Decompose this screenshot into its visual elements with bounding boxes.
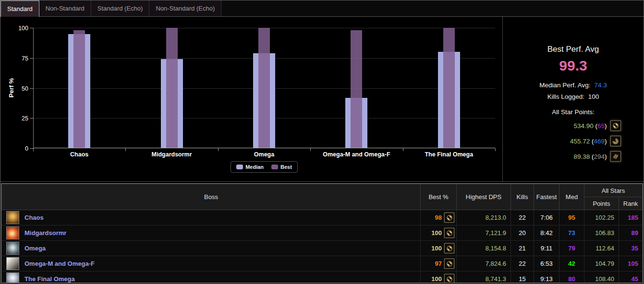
tab-non-standard[interactable]: Non-Standard	[39, 0, 91, 16]
legend-label: Median	[245, 164, 264, 170]
x-axis-label: Chaos	[36, 151, 122, 158]
y-tick-label: 25	[3, 115, 28, 122]
med-cell: 95	[559, 210, 584, 225]
points-value: 534.90	[573, 122, 593, 130]
fastest-cell: 6:53	[534, 256, 559, 272]
med-cell: 42	[559, 256, 584, 272]
ultimate-spiral-icon	[610, 136, 621, 146]
kills-cell: 22	[511, 256, 534, 272]
table-row: Omega100 8,154.8219:1179112.6435	[2, 241, 643, 256]
all-star-points-text: 89.38 (294)	[573, 153, 607, 160]
boss-cell: The Final Omega	[2, 272, 421, 284]
fastest-cell: 9:13	[534, 272, 559, 284]
x-axis-label: Omega	[221, 151, 307, 158]
y-tick	[30, 28, 33, 28]
boss-row-content: Omega-M and Omega-F	[2, 257, 420, 270]
boss-name-link[interactable]: The Final Omega	[24, 275, 75, 283]
best-pct: 100	[421, 228, 456, 238]
col-header-points[interactable]: Points	[584, 197, 619, 210]
legend-item-median[interactable]: Median	[236, 164, 264, 170]
legend-swatch	[236, 165, 243, 169]
points-value: 455.72	[570, 138, 590, 145]
col-header-boss[interactable]: Boss	[2, 184, 421, 210]
highest-dps-cell: 8,741.3	[457, 272, 511, 284]
chaos-boss-icon	[6, 211, 19, 224]
rank-cell: 35	[619, 241, 643, 256]
kills-cell: 22	[511, 210, 534, 225]
boss-row-content: Chaos	[2, 211, 420, 224]
midgardsormr-boss-icon	[6, 226, 19, 239]
paren: (	[594, 122, 597, 130]
y-tick	[30, 148, 33, 149]
x-tick	[495, 148, 496, 151]
x-tick	[310, 148, 311, 151]
all-star-entry: 455.72 (469)	[526, 136, 621, 146]
tab-non-standard-echo[interactable]: Non-Standard (Echo)	[149, 0, 221, 16]
tab-standard[interactable]: Standard	[0, 0, 39, 17]
boss-cell: Chaos	[2, 210, 421, 225]
boss-row-content: Midgardsormr	[2, 226, 420, 239]
x-tick	[403, 148, 403, 151]
best-pct: 98	[421, 213, 456, 223]
best-pct-cell: 98	[421, 210, 457, 225]
points-value: 89.38	[573, 153, 590, 160]
y-tick	[30, 58, 33, 59]
best-pct-value: 98	[435, 214, 442, 221]
best-bar[interactable]	[351, 30, 362, 148]
boss-cell: Midgardsormr	[2, 225, 421, 241]
savage-swirl-icon	[610, 120, 621, 131]
all-star-points-label: All Star Points:	[503, 108, 644, 116]
savage-swirl-icon	[444, 274, 454, 283]
best-bar[interactable]	[166, 28, 178, 148]
best-perf-avg-label: Best Perf. Avg	[503, 45, 644, 54]
y-tick-label: 50	[3, 85, 28, 92]
y-tick-label: 100	[3, 25, 28, 32]
main-area: Perf % 0255075100 MedianBest ChaosMidgar…	[0, 17, 644, 182]
savage-swirl-icon	[444, 259, 454, 269]
points-cell: 112.64	[584, 241, 619, 256]
chart-legend: MedianBest	[33, 161, 495, 173]
all-star-points-text: 455.72 (469)	[570, 138, 607, 145]
x-tick	[125, 148, 126, 151]
savage-swirl-icon	[444, 228, 454, 238]
col-header-rank[interactable]: Rank	[619, 197, 643, 210]
tab-standard-echo[interactable]: Standard (Echo)	[91, 0, 150, 16]
kills-cell: 20	[511, 225, 534, 241]
boss-name-link[interactable]: Chaos	[24, 214, 44, 221]
x-tick	[33, 148, 34, 151]
points-cell: 106.83	[584, 225, 619, 241]
col-header-med[interactable]: Med	[559, 184, 584, 210]
best-bar[interactable]	[258, 28, 270, 148]
rank-value: 294	[594, 153, 605, 160]
med-cell: 80	[559, 272, 584, 284]
boss-name-link[interactable]: Omega-M and Omega-F	[24, 260, 95, 267]
best-bar[interactable]	[73, 30, 85, 148]
best-pct-cell: 100	[421, 241, 457, 256]
paren: )	[605, 153, 607, 160]
best-pct-value: 100	[431, 245, 442, 252]
best-pct-cell: 100	[421, 272, 457, 284]
boss-name-link[interactable]: Midgardsormr	[24, 229, 66, 237]
all-star-entry: 89.38 (294)	[526, 151, 621, 162]
fastest-cell: 7:06	[534, 210, 559, 225]
x-tick	[218, 148, 219, 151]
all-star-entry: 534.90 (65)	[526, 120, 621, 131]
points-cell: 104.79	[584, 256, 619, 272]
table-row: The Final Omega100 8,741.3159:1380108.40…	[2, 272, 643, 284]
all-star-points-text: 534.90 (65)	[573, 122, 607, 130]
x-axis-label: Midgardsormr	[129, 151, 215, 158]
boss-cell: Omega-M and Omega-F	[2, 256, 421, 272]
col-header-best-pct[interactable]: Best %	[421, 184, 457, 210]
col-header-kills[interactable]: Kills	[511, 184, 534, 210]
best-bar[interactable]	[443, 28, 455, 148]
chaotic-lines-icon	[610, 151, 621, 162]
rank-cell: 185	[619, 210, 643, 225]
col-header-highest-dps[interactable]: Highest DPS	[457, 184, 511, 210]
boss-name-link[interactable]: Omega	[24, 245, 46, 252]
legend-item-best[interactable]: Best	[271, 164, 292, 170]
table-row: Omega-M and Omega-F97 7,824.6226:5342104…	[2, 256, 643, 272]
highest-dps-cell: 8,154.8	[457, 241, 511, 256]
kills-logged-value: 100	[588, 93, 599, 100]
col-header-fastest[interactable]: Fastest	[534, 184, 559, 210]
best-pct: 100	[421, 243, 456, 253]
